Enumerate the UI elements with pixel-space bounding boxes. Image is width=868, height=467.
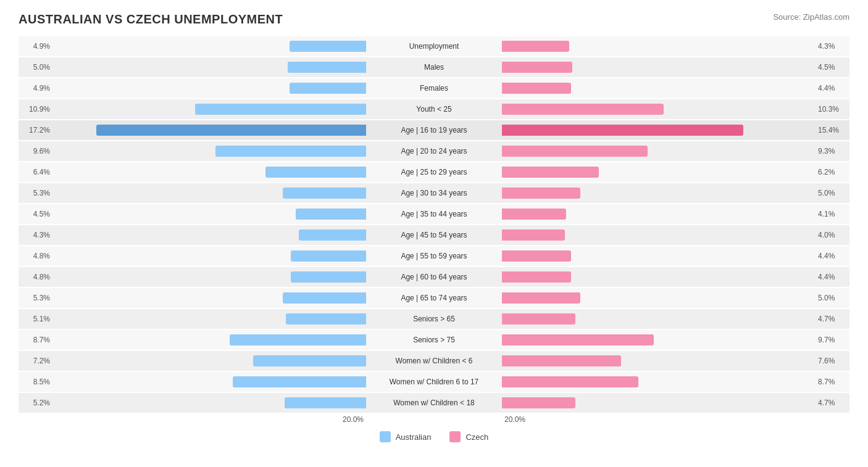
- left-bar: [96, 125, 366, 136]
- legend-australian: Australian: [380, 431, 432, 442]
- center-label: Age | 55 to 59 years: [366, 252, 502, 260]
- right-bar: [502, 355, 621, 366]
- left-bar: [265, 167, 366, 178]
- right-value: 8.7%: [816, 378, 849, 386]
- chart-row: 5.1% Seniors > 65 4.7%: [19, 309, 849, 329]
- right-bar: [502, 271, 571, 283]
- chart-body: 4.9% Unemployment 4.3% 5.0% Males 4.5% 4…: [19, 36, 849, 413]
- chart-row: 4.3% Age | 45 to 54 years 4.0%: [19, 225, 849, 245]
- right-value: 4.4%: [816, 84, 849, 93]
- right-value: 4.5%: [816, 63, 849, 72]
- left-bar: [283, 292, 366, 304]
- legend-czech: Czech: [449, 431, 488, 442]
- center-label: Youth < 25: [366, 105, 502, 114]
- center-label: Males: [366, 63, 502, 72]
- right-bar: [502, 229, 565, 241]
- left-bar: [195, 104, 366, 115]
- legend-swatch-australian: [380, 431, 391, 442]
- chart-row: 5.2% Women w/ Children < 18 4.7%: [19, 393, 849, 413]
- right-value: 4.4%: [816, 252, 849, 260]
- chart-row: 17.2% Age | 16 to 19 years 15.4%: [19, 120, 849, 140]
- left-bar: [296, 209, 366, 220]
- right-bar: [502, 313, 575, 324]
- center-label: Age | 60 to 64 years: [366, 273, 502, 281]
- left-value: 4.3%: [19, 231, 52, 239]
- right-value: 5.0%: [816, 294, 849, 302]
- right-bar: [502, 188, 580, 199]
- left-bar: [230, 334, 366, 345]
- left-value: 4.5%: [19, 210, 52, 218]
- chart-header: AUSTRALIAN VS CZECH UNEMPLOYMENT Source:…: [19, 12, 849, 27]
- chart-row: 5.0% Males 4.5%: [19, 57, 849, 77]
- left-bar: [215, 146, 366, 157]
- left-bar: [283, 188, 366, 199]
- right-bar: [502, 250, 571, 262]
- center-label: Females: [366, 84, 502, 93]
- left-value: 5.3%: [19, 189, 52, 197]
- right-bar: [502, 146, 648, 157]
- left-bar: [285, 397, 366, 408]
- center-label: Age | 45 to 54 years: [366, 231, 502, 239]
- right-value: 4.7%: [816, 315, 849, 323]
- left-value: 6.4%: [19, 168, 52, 176]
- right-bar: [502, 167, 599, 178]
- chart-row: 9.6% Age | 20 to 24 years 9.3%: [19, 141, 849, 161]
- x-axis: 20.0% 20.0%: [19, 415, 849, 424]
- left-value: 4.9%: [19, 84, 52, 93]
- center-label: Age | 16 to 19 years: [366, 126, 502, 134]
- left-bar: [253, 355, 366, 366]
- center-label: Age | 20 to 24 years: [366, 147, 502, 155]
- center-label: Unemployment: [366, 42, 502, 51]
- right-bar: [502, 292, 580, 304]
- chart-row: 6.4% Age | 25 to 29 years 6.2%: [19, 162, 849, 182]
- chart-row: 5.3% Age | 65 to 74 years 5.0%: [19, 288, 849, 308]
- center-label: Seniors > 65: [366, 315, 502, 323]
- left-bar: [290, 83, 366, 94]
- right-bar: [502, 334, 654, 345]
- chart-row: 4.8% Age | 60 to 64 years 4.4%: [19, 267, 849, 287]
- left-bar: [233, 376, 366, 387]
- chart-row: 4.9% Females 4.4%: [19, 78, 849, 98]
- center-label: Seniors > 75: [366, 336, 502, 344]
- right-bar: [502, 62, 572, 73]
- left-value: 5.0%: [19, 63, 52, 72]
- right-bar: [502, 104, 664, 115]
- right-bar: [502, 41, 569, 52]
- right-value: 4.3%: [816, 42, 849, 51]
- center-label: Women w/ Children 6 to 17: [366, 378, 502, 386]
- right-bar: [502, 83, 571, 94]
- left-bar: [299, 229, 366, 241]
- right-value: 9.7%: [816, 336, 849, 344]
- legend: Australian Czech: [19, 431, 849, 442]
- right-value: 6.2%: [816, 168, 849, 176]
- left-value: 4.8%: [19, 273, 52, 281]
- left-value: 17.2%: [19, 126, 52, 134]
- chart-container: AUSTRALIAN VS CZECH UNEMPLOYMENT Source:…: [19, 12, 849, 442]
- right-value: 4.1%: [816, 210, 849, 218]
- chart-row: 7.2% Women w/ Children < 6 7.6%: [19, 351, 849, 371]
- chart-title: AUSTRALIAN VS CZECH UNEMPLOYMENT: [19, 12, 283, 27]
- right-value: 5.0%: [816, 189, 849, 197]
- chart-row: 4.9% Unemployment 4.3%: [19, 36, 849, 56]
- center-label: Age | 65 to 74 years: [366, 294, 502, 302]
- chart-row: 4.5% Age | 35 to 44 years 4.1%: [19, 204, 849, 224]
- center-label: Age | 25 to 29 years: [366, 168, 502, 176]
- left-value: 4.8%: [19, 252, 52, 260]
- right-value: 4.4%: [816, 273, 849, 281]
- center-label: Age | 35 to 44 years: [366, 210, 502, 218]
- chart-row: 8.5% Women w/ Children 6 to 17 8.7%: [19, 372, 849, 392]
- right-bar: [502, 125, 743, 136]
- center-label: Women w/ Children < 6: [366, 357, 502, 365]
- left-bar: [291, 250, 366, 262]
- left-bar: [290, 41, 366, 52]
- left-value: 8.7%: [19, 336, 52, 344]
- chart-row: 10.9% Youth < 25 10.3%: [19, 99, 849, 119]
- right-value: 10.3%: [816, 105, 849, 114]
- right-bar: [502, 376, 638, 387]
- chart-row: 5.3% Age | 30 to 34 years 5.0%: [19, 183, 849, 203]
- right-bar: [502, 397, 575, 408]
- left-bar: [288, 62, 366, 73]
- legend-australian-label: Australian: [396, 432, 432, 442]
- right-bar: [502, 209, 566, 220]
- left-value: 10.9%: [19, 105, 52, 114]
